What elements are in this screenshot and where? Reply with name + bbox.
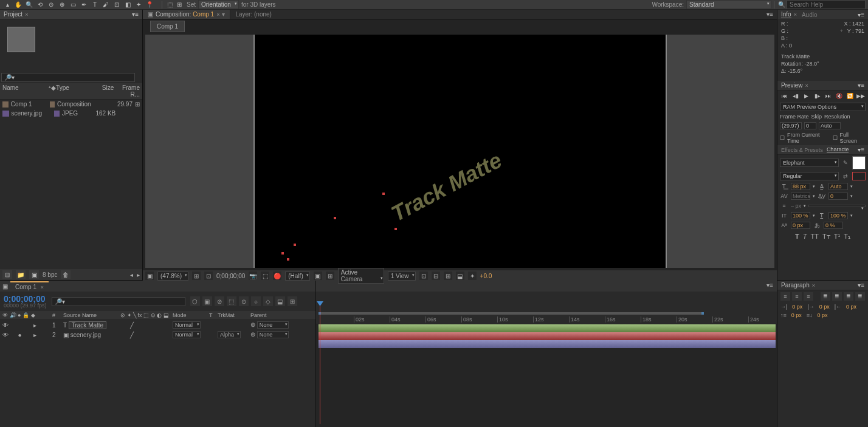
eraser-tool[interactable]: ◧: [123, 1, 133, 9]
expand-icon[interactable]: ⊞: [288, 296, 297, 306]
leading-input[interactable]: Auto: [828, 183, 848, 190]
next-frame-icon[interactable]: ▮▸: [813, 92, 822, 100]
transform-handle[interactable]: [294, 244, 296, 246]
solo-col-icon[interactable]: ●: [18, 312, 21, 318]
shy-switch-icon[interactable]: ⊘: [120, 312, 125, 318]
justify-right-button[interactable]: ≣: [844, 292, 853, 301]
subscript-button[interactable]: T₁: [844, 233, 850, 241]
full-screen-checkbox[interactable]: ☐: [833, 135, 838, 141]
col-t[interactable]: T: [209, 312, 218, 318]
video-col-icon[interactable]: 👁: [2, 312, 8, 318]
baseline-input[interactable]: 0 px: [791, 222, 810, 229]
justify-all-button[interactable]: ≣: [855, 292, 865, 301]
col-framerate-header[interactable]: Frame R...: [114, 84, 140, 98]
layer-tab[interactable]: Layer: (none): [230, 10, 276, 19]
motion-blur-switch-icon[interactable]: ⊙: [151, 312, 156, 318]
project-thumbnail[interactable]: [7, 27, 35, 52]
trkmat-dropdown[interactable]: Alpha: [218, 331, 241, 338]
info-tab[interactable]: Info: [781, 11, 791, 18]
grid-icon[interactable]: ⊞: [192, 272, 201, 280]
prev-frame-icon[interactable]: ◂▮: [791, 92, 801, 100]
col-size-header[interactable]: Size: [91, 84, 114, 98]
audio-tab[interactable]: Audio: [802, 12, 818, 18]
space-after-value[interactable]: 0 px: [818, 312, 828, 318]
loop-icon[interactable]: 🔁: [845, 92, 855, 100]
close-icon[interactable]: ×: [812, 282, 815, 289]
faux-italic-button[interactable]: T: [803, 233, 807, 241]
scroll-right-icon[interactable]: ▸: [137, 272, 140, 278]
new-folder-icon[interactable]: 📁: [16, 270, 26, 279]
col-number[interactable]: #: [52, 312, 63, 318]
layer-bar-2[interactable]: [319, 340, 776, 348]
tsume-input[interactable]: 0 %: [824, 222, 843, 229]
transform-handle[interactable]: [281, 252, 284, 254]
font-family-dropdown[interactable]: Elephant: [780, 159, 839, 167]
auto-keyframe-icon[interactable]: ◇: [263, 296, 273, 306]
all-caps-button[interactable]: TT: [811, 233, 819, 241]
render-queue-icon[interactable]: ▣: [0, 282, 10, 291]
col-parent[interactable]: Parent: [250, 312, 298, 318]
col-source-name[interactable]: Source Name: [63, 312, 120, 318]
lock-col-icon[interactable]: 🔒: [22, 312, 29, 318]
transform-handle[interactable]: [382, 193, 385, 195]
reset-exposure-icon[interactable]: ✦: [468, 272, 477, 280]
last-frame-icon[interactable]: ⏭: [824, 92, 833, 100]
canvas-text-layer[interactable]: Track Matte: [387, 148, 506, 227]
pixel-aspect-icon[interactable]: ⊡: [419, 272, 428, 280]
eyedropper-icon[interactable]: ✎: [841, 159, 850, 166]
channel-icon[interactable]: ⬚: [261, 272, 269, 280]
align-center-button[interactable]: ≡: [792, 292, 802, 301]
timeline-layer-row[interactable]: 👁 ● ▸ 2 ▣ scenery.jpg ╱ Normal Alpha ⊚ N…: [0, 330, 315, 340]
composition-tab[interactable]: ▣ Composition: Comp 1 × ▾: [143, 10, 230, 19]
kerning-input[interactable]: Metrics: [791, 193, 810, 200]
indent-first-value[interactable]: 0 px: [819, 304, 830, 310]
puppet-tool[interactable]: 📍: [145, 1, 154, 9]
panel-menu-icon[interactable]: ▾≡: [858, 12, 864, 18]
label-col-icon[interactable]: ◆: [51, 84, 56, 98]
video-toggle[interactable]: 👁: [2, 322, 9, 329]
paragraph-panel-header[interactable]: Paragraph× ▾≡: [777, 281, 868, 290]
hide-shy-icon[interactable]: ⊘: [215, 296, 224, 306]
parent-dropdown[interactable]: None: [257, 321, 289, 329]
label-col-icon[interactable]: ◆: [31, 312, 35, 318]
project-panel-tab[interactable]: Project × ▾≡: [0, 10, 142, 19]
panel-menu-icon[interactable]: ▾≡: [763, 281, 777, 292]
fast-preview-icon[interactable]: ⊟: [432, 272, 440, 280]
always-preview-icon[interactable]: ▣: [145, 272, 154, 280]
frame-blend-icon[interactable]: ⬚: [227, 296, 236, 306]
pickwhip-icon[interactable]: ⊚: [250, 321, 255, 328]
quality-switch-icon[interactable]: ╲: [133, 312, 136, 318]
comp-flowchart-icon[interactable]: ⬓: [456, 272, 464, 280]
indent-left-value[interactable]: 0 px: [792, 304, 802, 310]
timeline-tracks[interactable]: [316, 324, 777, 427]
justify-center-button[interactable]: ≣: [832, 292, 842, 301]
col-name-header[interactable]: Name: [2, 84, 49, 98]
small-caps-button[interactable]: Tᴛ: [822, 233, 830, 241]
col-type-header[interactable]: Type: [56, 84, 91, 98]
indent-right-value[interactable]: 0 px: [846, 304, 856, 310]
mask-icon[interactable]: ⊡: [204, 272, 213, 280]
timeline-search-input[interactable]: [52, 297, 185, 306]
project-item[interactable]: Comp 1 Composition 29.97 ⊞: [0, 100, 142, 109]
font-size-input[interactable]: 88 px: [791, 183, 810, 190]
parent-dropdown[interactable]: None: [257, 331, 289, 338]
transform-handle[interactable]: [334, 217, 336, 219]
space-before-value[interactable]: 0 px: [791, 312, 802, 318]
align-left-button[interactable]: ≡: [780, 292, 790, 301]
effects-presets-tab[interactable]: Effects & Presets: [781, 147, 823, 153]
rgb-icon[interactable]: 🔴: [273, 272, 281, 280]
timecode-display[interactable]: 0;00;00;00: [216, 273, 245, 279]
snap-toggle[interactable]: ⊞: [174, 1, 184, 9]
pan-behind-tool[interactable]: ⊕: [57, 1, 67, 9]
from-current-checkbox[interactable]: ☐: [780, 135, 785, 141]
rotate-tool[interactable]: ⟲: [35, 1, 45, 9]
anchor-point[interactable]: [394, 228, 397, 230]
expand-layer-icon[interactable]: ▸: [33, 332, 36, 338]
3d-switch-icon[interactable]: ⬓: [164, 312, 169, 318]
mute-icon[interactable]: 🔇: [834, 92, 844, 100]
track-bar[interactable]: [319, 324, 776, 332]
project-search-input[interactable]: [1, 73, 135, 82]
orientation-dropdown[interactable]: Orientation: [198, 0, 239, 9]
collapse-switch-icon[interactable]: ✦: [127, 312, 132, 318]
layer-name[interactable]: Track Matte: [69, 321, 106, 329]
